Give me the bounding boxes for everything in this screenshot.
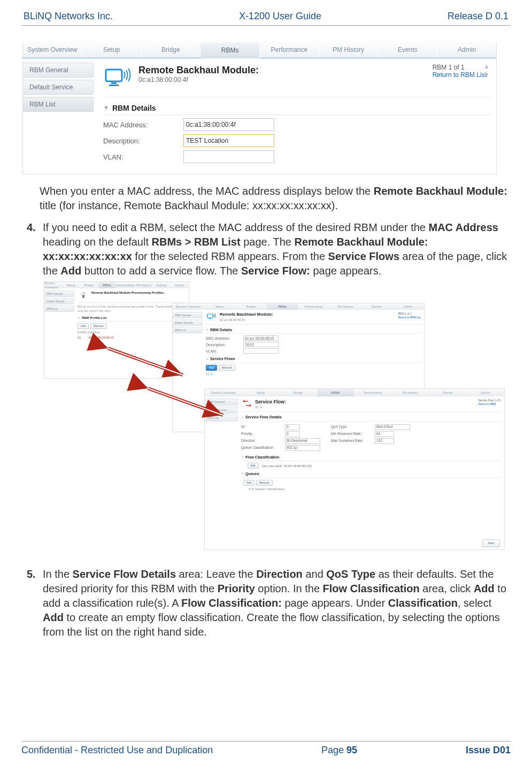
svg-rect-1 bbox=[111, 82, 117, 84]
layB-title: Remote Backhaul Module: bbox=[220, 312, 273, 318]
layC-maxs-v: 110 bbox=[375, 438, 394, 444]
tab-admin[interactable]: Admin bbox=[437, 42, 496, 58]
layA-colhdr: # MAC Address bbox=[78, 330, 186, 334]
ms-b0: RBM General bbox=[173, 312, 203, 318]
doc-footer: Confidential - Restricted Use and Duplic… bbox=[21, 741, 511, 756]
layB-desc-l: Description: bbox=[206, 342, 243, 347]
layC-qc-l: Queue Classification: bbox=[241, 446, 285, 450]
layA-row-mac: 0c:a1:38:00:00:4f bbox=[89, 335, 113, 340]
hdr-right: Release D 0.1 bbox=[448, 11, 508, 22]
mt-c5: PM History bbox=[392, 389, 429, 396]
layC-maxs-l: Max Sustained Rate: bbox=[331, 439, 375, 444]
layB-desc-v: TEST bbox=[243, 342, 279, 347]
mt-a6: Events bbox=[153, 282, 171, 288]
screenshot-rbm-details: System Overview Setup Bridge RBMs Perfor… bbox=[22, 42, 497, 174]
mt-b2: Bridge bbox=[236, 303, 267, 310]
tab-bridge[interactable]: Bridge bbox=[142, 42, 201, 58]
ms-a0: RBM General bbox=[44, 291, 74, 297]
layC-q-add: Add bbox=[243, 480, 255, 486]
layer-profiles: System Overview Setup Bridge RBMs Perfor… bbox=[44, 281, 189, 379]
antenna-icon bbox=[78, 291, 89, 300]
step-4: 4. If you need to edit a RBM, select the… bbox=[27, 220, 511, 560]
input-vlan[interactable] bbox=[183, 150, 274, 163]
mt-a2: Bridge bbox=[80, 282, 98, 288]
tab-setup[interactable]: Setup bbox=[82, 42, 142, 58]
section-rbm-details[interactable]: ▼ RBM Details bbox=[103, 104, 491, 115]
layC-dir-v: Bi-Directional bbox=[285, 438, 320, 444]
mt-b6: Events bbox=[361, 303, 393, 310]
ftr-right: Issue D01 bbox=[466, 745, 511, 756]
layB-row: 01 0 bbox=[206, 372, 421, 376]
mt-b0: System Overview bbox=[173, 303, 204, 310]
layC-q-row: # ID Queue Classification bbox=[249, 487, 501, 491]
tab-pm-history[interactable]: PM History bbox=[319, 42, 379, 58]
layA-add: Add bbox=[78, 323, 89, 329]
layB-mac-v: 0c:a1:38:00:00:4f bbox=[243, 335, 279, 341]
sidebar-item-rbm-general[interactable]: RBM General bbox=[23, 63, 94, 78]
ftr-center: Page 95 bbox=[321, 745, 357, 756]
layC-sec1: Service Flow Details bbox=[245, 415, 282, 419]
monitor-wifi-icon bbox=[103, 65, 134, 91]
step-4-number: 4. bbox=[27, 220, 36, 235]
label-description: Description: bbox=[103, 137, 183, 145]
mt-c0: System Overview bbox=[205, 389, 242, 396]
monitor-wifi-icon bbox=[206, 312, 218, 322]
layC-qos-v: Best Effort bbox=[375, 424, 410, 430]
paragraph-mac-note: When you enter a MAC address, the MAC ad… bbox=[40, 184, 511, 213]
doc-header: BLiNQ Networks Inc. X-1200 User Guide Re… bbox=[21, 11, 511, 26]
layer-service-flow: System Overview Setup Bridge RBMs Perfor… bbox=[204, 388, 505, 550]
sidebar-item-rbm-list[interactable]: RBM List bbox=[23, 97, 94, 112]
svg-rect-0 bbox=[106, 70, 122, 81]
sidebar-item-default-service[interactable]: Default Service bbox=[23, 80, 94, 95]
layC-q-rem: Remove bbox=[256, 480, 273, 486]
sidebar: RBM General Default Service RBM List bbox=[23, 58, 94, 174]
input-mac[interactable] bbox=[183, 118, 274, 131]
return-to-rbm-list-link[interactable]: Return to RBM List bbox=[433, 71, 487, 79]
layC-pri-v: 0 bbox=[285, 431, 300, 437]
layC-minr-v: 64 bbox=[375, 431, 394, 437]
tab-system-overview[interactable]: System Overview bbox=[23, 42, 82, 58]
mt-a3: RBMs bbox=[98, 282, 117, 288]
layC-dir-l: Direction: bbox=[241, 439, 285, 444]
ms-b1: Default Service bbox=[173, 319, 203, 326]
mt-b3: RBMs bbox=[267, 303, 298, 310]
flow-icon bbox=[241, 399, 253, 408]
rbm-nav: ▲ RBM 1 of 1 Return to RBM List ▼ bbox=[433, 64, 487, 79]
label-vlan: VLAN: bbox=[103, 153, 183, 161]
hdr-left: BLiNQ Networks Inc. bbox=[24, 11, 113, 22]
tab-performance[interactable]: Performance bbox=[260, 42, 319, 58]
mt-c3: RBMs bbox=[317, 389, 354, 396]
chevron-up-icon[interactable]: ▲ bbox=[483, 63, 490, 70]
rbm-counter: RBM 1 of 1 bbox=[433, 64, 465, 71]
tab-rbms[interactable]: RBMs bbox=[201, 42, 260, 58]
layB-add: Add bbox=[206, 365, 217, 371]
screenshot-service-flow-composite: System Overview Setup Bridge RBMs Perfor… bbox=[44, 281, 509, 560]
input-description[interactable] bbox=[183, 134, 274, 147]
layB-sec2: Service Flows bbox=[210, 356, 235, 361]
mt-b1: Setup bbox=[204, 303, 236, 310]
mt-a0: System Overview bbox=[44, 282, 63, 288]
layA-remove: Remove bbox=[90, 323, 107, 329]
mt-c1: Setup bbox=[242, 389, 280, 396]
mt-b4: Performance bbox=[298, 303, 330, 310]
ms-a2: RBM List bbox=[44, 305, 74, 312]
mt-b5: PM History bbox=[330, 303, 361, 310]
chevron-down-icon: ▼ bbox=[103, 104, 109, 111]
ms-c0: RBM General bbox=[205, 399, 238, 406]
layC-sec3: Queues bbox=[245, 471, 259, 476]
layB-sec1: RBM Details bbox=[210, 327, 232, 332]
svg-rect-5 bbox=[209, 318, 211, 319]
mt-c7: Admin bbox=[467, 389, 504, 396]
mt-a7: Admin bbox=[171, 282, 189, 288]
layA-row-num: 01 bbox=[78, 335, 81, 340]
layB-vlan-v bbox=[243, 348, 279, 354]
layA-note: Below is a list of the service provision… bbox=[78, 304, 186, 313]
chevron-down-icon[interactable]: ▼ bbox=[483, 71, 490, 79]
section-rbm-details-label: RBM Details bbox=[112, 104, 156, 112]
layC-counter: Service Flow 1 of 1 bbox=[478, 399, 501, 402]
tab-events[interactable]: Events bbox=[379, 42, 438, 58]
ms-c2: RBM List bbox=[205, 415, 238, 422]
layC-minr-l: Min Reserved Rate: bbox=[331, 432, 375, 437]
layC-id: ID: 0 bbox=[255, 405, 286, 409]
layB-remove: Remove bbox=[219, 365, 235, 371]
